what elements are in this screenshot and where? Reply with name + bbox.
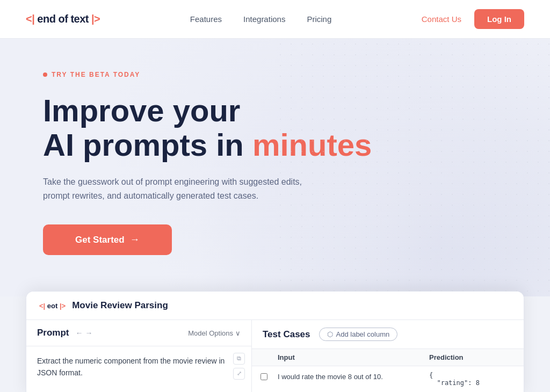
add-label-column-button[interactable]: ⬡ Add label column: [319, 328, 398, 341]
table-row: I would rate the movie 8 out of 10. { "r…: [252, 366, 524, 392]
nav-features[interactable]: Features: [190, 14, 222, 24]
model-options-button[interactable]: Model Options ∨: [188, 329, 241, 337]
prompt-nav-right[interactable]: →: [85, 329, 93, 337]
row-prediction-text: { "rating": 8: [429, 372, 515, 387]
col-prediction-header: Prediction: [429, 353, 515, 361]
hero-title: Improve your AI prompts in minutes: [43, 93, 507, 162]
prompt-text: Extract the numeric component from the m…: [37, 357, 225, 377]
nav-pricing[interactable]: Pricing: [307, 14, 331, 24]
beta-text: TRY THE BETA TODAY: [52, 71, 140, 78]
prompt-content: Extract the numeric component from the m…: [26, 346, 251, 388]
model-options-chevron: ∨: [235, 329, 241, 337]
model-options-label: Model Options: [188, 329, 233, 337]
logo[interactable]: <| end of text |>: [26, 13, 100, 25]
demo-logo-text: <| eot |>: [39, 302, 66, 310]
prompt-nav-arrows: ← →: [76, 329, 93, 337]
label-tag-icon: ⬡: [327, 330, 333, 338]
cta-label: Get Started: [75, 235, 125, 245]
prompt-panel: Prompt ← → Model Options ∨ Extract the n…: [26, 320, 252, 392]
test-cases-header: Test Cases ⬡ Add label column: [252, 320, 524, 349]
row-input-text: I would rate the movie 8 out of 10.: [278, 372, 429, 382]
get-started-button[interactable]: Get Started →: [43, 224, 172, 255]
prompt-panel-header: Prompt ← → Model Options ∨: [26, 320, 251, 346]
hero-subtitle: Take the guesswork out of prompt enginee…: [43, 175, 322, 204]
prompt-label: Prompt: [37, 328, 69, 338]
copy-icon[interactable]: ⧉: [233, 353, 245, 365]
expand-icon[interactable]: ⤢: [233, 368, 245, 380]
demo-section: <| eot |> Movie Review Parsing Prompt ← …: [0, 291, 550, 392]
logo-bracket-close: |>: [91, 13, 100, 25]
table-header: Input Prediction: [252, 349, 524, 366]
add-label-text: Add label column: [336, 330, 390, 338]
logo-bracket-open: <|: [26, 13, 34, 25]
cta-arrow-icon: →: [130, 234, 140, 245]
hero-section: TRY THE BETA TODAY Improve your AI promp…: [0, 39, 550, 296]
beta-dot: [43, 72, 47, 77]
test-cases-table: Input Prediction I would rate the movie …: [252, 349, 524, 392]
demo-logo: <| eot |>: [39, 302, 66, 310]
beta-badge: TRY THE BETA TODAY: [43, 71, 507, 78]
demo-header: <| eot |> Movie Review Parsing: [26, 292, 524, 320]
prompt-nav-left[interactable]: ←: [76, 329, 83, 337]
hero-title-highlight: minutes: [252, 127, 372, 162]
prompt-action-icons: ⧉ ⤢: [233, 353, 245, 380]
navbar: <| end of text |> Features Integrations …: [0, 0, 550, 39]
hero-title-line1: Improve your: [43, 93, 240, 128]
nav-links: Features Integrations Pricing: [190, 14, 331, 24]
nav-integrations[interactable]: Integrations: [243, 14, 285, 24]
col-input-header: Input: [278, 353, 429, 361]
demo-title: Movie Review Parsing: [72, 300, 168, 311]
contact-link[interactable]: Contact Us: [422, 14, 461, 24]
row-checkbox[interactable]: [260, 372, 278, 382]
demo-card: <| eot |> Movie Review Parsing Prompt ← …: [26, 291, 524, 392]
col-checkbox-header: [260, 353, 278, 361]
nav-actions: Contact Us Log In: [422, 9, 524, 29]
hero-title-line2-plain: AI prompts in: [43, 127, 252, 162]
demo-body: Prompt ← → Model Options ∨ Extract the n…: [26, 320, 524, 392]
logo-text: end of text: [34, 13, 91, 25]
login-button[interactable]: Log In: [474, 9, 524, 29]
test-cases-label: Test Cases: [263, 329, 310, 340]
test-cases-panel: Test Cases ⬡ Add label column Input Pred…: [252, 320, 524, 392]
row-checkbox-input[interactable]: [260, 373, 267, 380]
